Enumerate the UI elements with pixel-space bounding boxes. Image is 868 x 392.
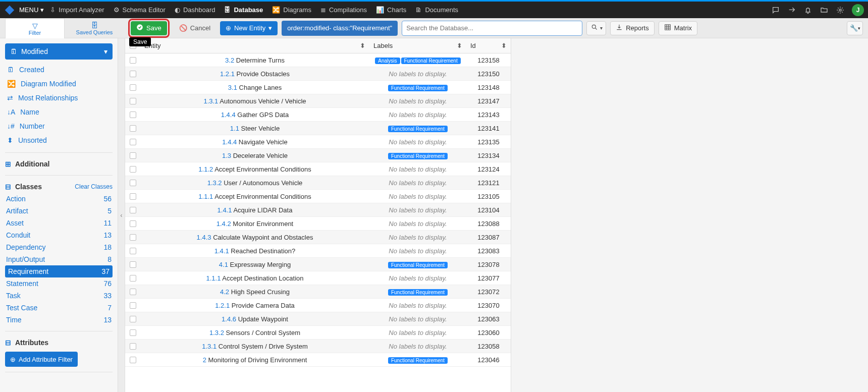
row-checkbox[interactable] — [130, 111, 136, 118]
nav-schema-editor[interactable]: ⚙Schema Editor — [114, 6, 166, 14]
table-row[interactable]: 1.4.1 Acquire LIDAR DataNo labels to dis… — [125, 203, 511, 217]
menu-dropdown[interactable]: MENU ▾ — [19, 6, 44, 14]
section-additional[interactable]: ⊞ Additional — [5, 158, 113, 170]
table-row[interactable]: 1.3.1 Control System / Drive SystemNo la… — [125, 340, 511, 353]
add-attribute-filter-button[interactable]: ⊕ Add Attribute Filter — [5, 352, 78, 367]
new-entity-button[interactable]: ⊕ New Entity ▾ — [220, 21, 278, 35]
row-checkbox[interactable] — [130, 329, 136, 336]
section-classes[interactable]: ⊟ Classes Clear Classes — [5, 181, 113, 193]
reports-button[interactable]: Reports — [610, 21, 655, 35]
row-checkbox[interactable] — [130, 152, 136, 159]
settings-icon[interactable] — [836, 6, 845, 15]
folder-icon[interactable] — [820, 6, 829, 15]
nav-database[interactable]: 🗄Database — [224, 6, 263, 14]
row-checkbox[interactable] — [130, 316, 136, 322]
table-row[interactable]: 1.3 Decelerate VehicleFunctional Require… — [125, 149, 511, 162]
table-row[interactable]: 1.2.1 Provide ObstaclesNo labels to disp… — [125, 67, 511, 81]
row-checkbox[interactable] — [130, 289, 136, 295]
clear-classes[interactable]: Clear Classes — [75, 183, 113, 190]
class-asset[interactable]: Asset11 — [5, 217, 113, 229]
table-row[interactable]: 4.2 High Speed CrusingFunctional Require… — [125, 285, 511, 299]
search-button[interactable]: ▾ — [586, 21, 606, 35]
table-row[interactable]: 1.3.1 Autonomous Vehicle / VehicleNo lab… — [125, 94, 511, 108]
table-row[interactable]: 1.3.2 User / Autonomous VehicleNo labels… — [125, 176, 511, 190]
sort-created[interactable]: 🗓Created — [5, 63, 113, 77]
search-input[interactable] — [402, 21, 582, 36]
table-row[interactable]: 1.4.4 Gather GPS DataNo labels to displa… — [125, 108, 511, 122]
col-labels[interactable]: Labels⬍ — [369, 42, 466, 49]
row-checkbox[interactable] — [130, 57, 136, 64]
table-row[interactable]: 1.1 Steer VehicleFunctional Requirement1… — [125, 122, 511, 135]
table-row[interactable]: 1.4.1 Reached Destination?No labels to d… — [125, 244, 511, 258]
class-input-output[interactable]: Input/Output8 — [5, 253, 113, 265]
row-checkbox[interactable] — [130, 125, 136, 132]
tab-filter[interactable]: ▽ Filter — [5, 18, 65, 38]
class-action[interactable]: Action56 — [5, 193, 113, 205]
row-checkbox[interactable] — [130, 84, 136, 91]
sort-unsorted[interactable]: ⬍Unsorted — [5, 133, 113, 147]
tab-saved-queries[interactable]: 🗄 Saved Queries — [65, 18, 124, 38]
sort-diagram-modified[interactable]: 🔀Diagram Modified — [5, 77, 113, 91]
row-checkbox[interactable] — [130, 180, 136, 186]
share-icon[interactable] — [787, 6, 796, 15]
comment-icon[interactable] — [771, 6, 780, 15]
class-statement[interactable]: Statement76 — [5, 277, 113, 290]
sort-modified[interactable]: 🗓 Modified ▾ — [5, 43, 113, 60]
row-checkbox[interactable] — [130, 357, 136, 363]
nav-dashboard[interactable]: ◐Dashboard — [175, 6, 215, 14]
row-checkbox[interactable] — [130, 166, 136, 173]
table-row[interactable]: 1.2.1 Provide Camera DataNo labels to di… — [125, 299, 511, 312]
settings-dropdown[interactable]: 🔧▾ — [847, 21, 863, 35]
row-checkbox[interactable] — [130, 220, 136, 227]
sort-name[interactable]: ↓AName — [5, 105, 113, 119]
query-chip[interactable]: order:modified- class:"Requirement" — [282, 21, 398, 36]
table-row[interactable]: 1.4.2 Monitor EnvironmentNo labels to di… — [125, 217, 511, 231]
save-button[interactable]: Save — [131, 21, 167, 35]
nav-compilations[interactable]: ≣Compilations — [320, 6, 367, 14]
table-row[interactable]: 3.1 Change LanesFunctional Requirement12… — [125, 81, 511, 94]
table-row[interactable]: 1.1.2 Accept Environmental ConditionsNo … — [125, 162, 511, 176]
section-attributes[interactable]: ⊟ Attributes — [5, 337, 113, 349]
table-row[interactable]: 1.1.1 Accept Environmental ConditionsNo … — [125, 190, 511, 203]
table-row[interactable]: 1.4.3 Calculate Waypoint and ObstaclesNo… — [125, 231, 511, 244]
avatar[interactable]: J — [852, 4, 864, 16]
nav-diagrams[interactable]: 🔀Diagrams — [272, 6, 311, 14]
collapse-sidebar-handle[interactable]: ‹ — [118, 38, 125, 392]
table-row[interactable]: 4.1 Expressway MergingFunctional Require… — [125, 258, 511, 271]
table-row[interactable]: 3.2 Determine TurnsAnalysisFunctional Re… — [125, 53, 511, 67]
row-checkbox[interactable] — [130, 71, 136, 77]
class-requirement[interactable]: Requirement37 — [5, 265, 113, 277]
table-row[interactable]: 1.3.2 Sensors / Control SystemNo labels … — [125, 326, 511, 340]
table-row[interactable]: 1.1.1 Accept Destination LocationNo labe… — [125, 271, 511, 285]
class-dependency[interactable]: Dependency18 — [5, 241, 113, 253]
row-checkbox[interactable] — [130, 261, 136, 268]
sort-number[interactable]: ↓#Number — [5, 119, 113, 133]
row-checkbox[interactable] — [130, 234, 136, 241]
row-checkbox[interactable] — [130, 193, 136, 200]
col-id[interactable]: Id⬍ — [466, 42, 511, 49]
cancel-button[interactable]: 🚫 Cancel — [174, 21, 216, 35]
class-time[interactable]: Time13 — [5, 314, 113, 326]
row-checkbox[interactable] — [130, 139, 136, 145]
sort-most-relationships[interactable]: ⇄Most Relationships — [5, 91, 113, 105]
col-entity[interactable]: Entity⬍ — [140, 42, 369, 49]
table-row[interactable]: 1.4.6 Update WaypointNo labels to displa… — [125, 312, 511, 326]
class-test-case[interactable]: Test Case7 — [5, 302, 113, 314]
row-checkbox[interactable] — [130, 248, 136, 254]
row-checkbox[interactable] — [130, 98, 136, 104]
class-artifact[interactable]: Artifact5 — [5, 205, 113, 217]
matrix-button[interactable]: Matrix — [659, 21, 697, 35]
bell-icon[interactable] — [803, 6, 812, 15]
class-conduit[interactable]: Conduit13 — [5, 229, 113, 241]
row-checkbox[interactable] — [130, 302, 136, 309]
table-row[interactable]: 2 Monitoring of Driving EnvironmentFunct… — [125, 353, 511, 367]
nav-import-analyzer[interactable]: ⇩Import Analyzer — [50, 6, 104, 14]
table-row[interactable]: 1.4.4 Navigate VehicleNo labels to displ… — [125, 135, 511, 149]
class-task[interactable]: Task33 — [5, 290, 113, 302]
cell-entity: 1.1.1 Accept Destination Location — [140, 274, 369, 282]
nav-documents[interactable]: 🗎Documents — [415, 6, 458, 14]
row-checkbox[interactable] — [130, 207, 136, 213]
nav-charts[interactable]: 📊Charts — [376, 6, 406, 14]
row-checkbox[interactable] — [130, 275, 136, 282]
row-checkbox[interactable] — [130, 343, 136, 350]
